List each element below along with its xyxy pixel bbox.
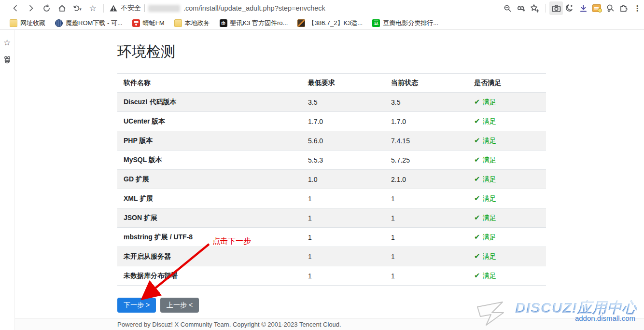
bookmark-item[interactable]: 魔趣ROM下载 - 可... bbox=[50, 17, 127, 29]
zoom-out-icon[interactable] bbox=[501, 1, 514, 15]
address-bar[interactable]: 不安全 .com/install/update_adult.php?step=e… bbox=[110, 4, 501, 13]
check-icon: ✔ bbox=[474, 117, 480, 125]
cell-current: 1 bbox=[385, 247, 468, 266]
cell-current: 5.7.25 bbox=[385, 151, 468, 170]
side-rail bbox=[0, 30, 14, 330]
address-divider bbox=[144, 4, 145, 12]
cell-current: 3.5 bbox=[385, 93, 468, 112]
page-title: 环境检测 bbox=[117, 42, 644, 61]
cell-software-name: Discuz! 代码版本 bbox=[117, 93, 302, 112]
night-mode-icon[interactable] bbox=[563, 1, 576, 15]
table-row: PHP 版本 5.6.0 7.4.15 ✔满足 bbox=[117, 131, 546, 151]
status-text: 满足 bbox=[483, 98, 496, 106]
forward-icon[interactable] bbox=[24, 1, 38, 15]
status-text: 满足 bbox=[483, 233, 496, 241]
bookmark-item[interactable]: 斐讯K3 官方固件ro... bbox=[215, 17, 293, 29]
footer-text: Powered by Discuz! X Community Team. Cop… bbox=[117, 321, 341, 328]
check-icon: ✔ bbox=[474, 175, 480, 183]
folder-icon bbox=[10, 19, 17, 27]
status-text: 满足 bbox=[483, 252, 496, 260]
toolbar-action-group bbox=[501, 1, 644, 15]
bookmark-label: 蜻蜓FM bbox=[143, 19, 165, 28]
cell-software-name: GD 扩展 bbox=[117, 170, 302, 189]
cell-satisfied: ✔满足 bbox=[468, 189, 546, 208]
cell-satisfied: ✔满足 bbox=[468, 112, 546, 131]
header-satisfied: 是否满足 bbox=[468, 74, 546, 93]
status-text: 满足 bbox=[483, 272, 496, 279]
cell-minimum: 5.5.3 bbox=[302, 151, 385, 170]
header-software-name: 软件名称 bbox=[117, 74, 302, 93]
check-icon: ✔ bbox=[474, 271, 480, 279]
header-minimum: 最低要求 bbox=[302, 74, 385, 93]
bookmark-label: 【386.7_2】K3适... bbox=[308, 19, 363, 28]
bookmark-label: 网址收藏 bbox=[20, 19, 45, 28]
bookmark-label: 魔趣ROM下载 - 可... bbox=[66, 19, 123, 28]
cell-current: 7.4.15 bbox=[385, 131, 468, 151]
security-label[interactable]: 不安全 bbox=[121, 4, 141, 13]
cell-current: 1 bbox=[385, 266, 468, 286]
table-row: MySQL 版本 5.5.3 5.7.25 ✔满足 bbox=[117, 151, 546, 170]
cell-satisfied: ✔满足 bbox=[468, 208, 546, 228]
translate-add-icon[interactable] bbox=[514, 1, 528, 15]
bookmark-item[interactable]: 网址收藏 bbox=[5, 17, 50, 29]
bookmark-add-icon[interactable] bbox=[528, 1, 541, 15]
annotation-arrow bbox=[135, 240, 217, 305]
check-icon: ✔ bbox=[474, 213, 480, 221]
cell-minimum: 1 bbox=[302, 189, 385, 208]
cursor-plane-icon bbox=[476, 300, 514, 327]
status-text: 满足 bbox=[483, 194, 496, 202]
cell-minimum: 1.0 bbox=[302, 170, 385, 189]
back-icon[interactable] bbox=[9, 1, 22, 15]
screenshot-camera-icon[interactable] bbox=[549, 1, 563, 15]
table-row: XML 扩展 1 1 ✔满足 bbox=[117, 189, 546, 208]
cell-software-name: MySQL 版本 bbox=[117, 151, 302, 170]
bookmark-item[interactable]: 豆瓣电影分类排行... bbox=[367, 17, 443, 29]
cell-satisfied: ✔满足 bbox=[468, 170, 546, 189]
extensions-icon[interactable] bbox=[617, 1, 630, 15]
status-text: 满足 bbox=[483, 175, 496, 183]
collector-bee-icon[interactable] bbox=[2, 55, 12, 65]
cell-minimum: 1 bbox=[302, 247, 385, 266]
table-row: UCenter 版本 1.7.0 1.7.0 ✔满足 bbox=[117, 112, 546, 131]
check-icon: ✔ bbox=[474, 194, 480, 202]
table-row: JSON 扩展 1 1 ✔满足 bbox=[117, 208, 546, 228]
status-text: 满足 bbox=[483, 137, 496, 144]
folder-icon bbox=[174, 19, 182, 27]
home-icon[interactable] bbox=[55, 1, 69, 15]
cell-minimum: 5.6.0 bbox=[302, 131, 385, 151]
menu-dots-icon[interactable] bbox=[630, 1, 644, 15]
header-current: 当前状态 bbox=[385, 74, 468, 93]
cell-minimum: 1 bbox=[302, 228, 385, 247]
bookmark-label: 豆瓣电影分类排行... bbox=[383, 19, 438, 28]
bookmark-item[interactable]: 蜻蜓FM bbox=[127, 17, 169, 29]
cell-minimum: 1.7.0 bbox=[302, 112, 385, 131]
favorite-star-icon[interactable] bbox=[86, 1, 99, 15]
cell-software-name: XML 扩展 bbox=[117, 189, 302, 208]
status-text: 满足 bbox=[483, 214, 496, 221]
discuz-watermark: DISCUZ!应用中心 addon.dismall.com bbox=[476, 300, 637, 327]
cell-minimum: 1 bbox=[302, 266, 385, 286]
notes-icon[interactable] bbox=[590, 1, 603, 15]
bookmark-label: 斐讯K3 官方固件ro... bbox=[230, 19, 288, 28]
bookmark-item[interactable]: 本地政务 bbox=[169, 17, 215, 29]
undo-history-icon[interactable] bbox=[70, 1, 84, 15]
table-row: Discuz! 代码版本 3.5 3.5 ✔满足 bbox=[117, 93, 546, 112]
status-text: 满足 bbox=[483, 117, 496, 125]
url-text[interactable]: .com/install/update_adult.php?step=envch… bbox=[183, 4, 325, 12]
check-icon: ✔ bbox=[474, 233, 480, 241]
cell-software-name: PHP 版本 bbox=[117, 131, 302, 151]
status-text: 满足 bbox=[483, 156, 496, 164]
refresh-icon[interactable] bbox=[40, 1, 53, 15]
cell-satisfied: ✔满足 bbox=[468, 228, 546, 247]
security-warning-icon[interactable] bbox=[110, 5, 117, 12]
cell-software-name: JSON 扩展 bbox=[117, 208, 302, 228]
cell-current: 1 bbox=[385, 208, 468, 228]
bookmark-item[interactable]: 【386.7_2】K3适... bbox=[293, 17, 367, 29]
toolbar-divider bbox=[545, 4, 546, 13]
cell-satisfied: ✔满足 bbox=[468, 93, 546, 112]
qingting-icon bbox=[132, 19, 140, 27]
toolbar-divider bbox=[103, 4, 104, 13]
download-icon[interactable] bbox=[576, 1, 590, 15]
favorites-star-icon[interactable] bbox=[2, 38, 12, 47]
search-redo-icon[interactable] bbox=[603, 1, 617, 15]
